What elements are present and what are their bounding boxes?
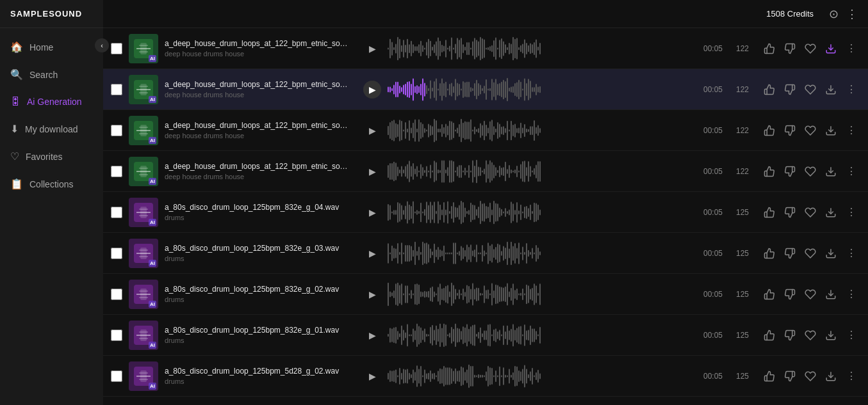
- play-button[interactable]: ▶: [363, 122, 381, 139]
- dislike-button[interactable]: [781, 244, 799, 262]
- like-button[interactable]: [760, 40, 778, 58]
- dislike-button[interactable]: [781, 163, 799, 180]
- svg-rect-230: [484, 120, 485, 139]
- waveform[interactable]: [388, 159, 695, 184]
- play-button[interactable]: ▶: [363, 244, 381, 262]
- favorite-button[interactable]: [801, 285, 819, 303]
- more-button[interactable]: ⋮: [842, 122, 860, 139]
- play-button[interactable]: ▶: [363, 163, 381, 180]
- svg-rect-157: [511, 86, 512, 92]
- dislike-button[interactable]: [781, 203, 799, 221]
- sidebar-item-home[interactable]: 🏠 Home: [0, 33, 103, 61]
- more-button[interactable]: ⋮: [842, 163, 860, 180]
- like-button[interactable]: [760, 163, 778, 180]
- dislike-button[interactable]: [781, 81, 799, 99]
- dislike-button[interactable]: [781, 285, 799, 303]
- like-button[interactable]: [760, 244, 778, 262]
- track-bpm: 122: [731, 44, 754, 53]
- favorite-button[interactable]: [801, 367, 819, 385]
- svg-rect-64: [499, 40, 500, 57]
- waveform[interactable]: [388, 36, 695, 61]
- play-button[interactable]: ▶: [363, 81, 381, 99]
- sidebar-item-ai-generation[interactable]: 🎛 Ai Generation: [0, 88, 103, 115]
- more-button[interactable]: ⋮: [842, 326, 860, 344]
- sidebar-item-my-download[interactable]: ⬇ My download: [0, 115, 103, 143]
- svg-rect-141: [480, 84, 481, 94]
- more-button[interactable]: ⋮: [842, 244, 860, 262]
- track-name: a_deep_house_drum_loops_at_122_bpm_etnic…: [165, 39, 350, 48]
- favorite-button[interactable]: [801, 40, 819, 58]
- favorite-button[interactable]: [801, 326, 819, 344]
- more-button[interactable]: ⋮: [842, 285, 860, 303]
- more-button[interactable]: ⋮: [842, 81, 860, 99]
- play-button[interactable]: ▶: [363, 40, 381, 58]
- like-button[interactable]: [760, 285, 778, 303]
- like-button[interactable]: [760, 203, 778, 221]
- waveform[interactable]: [388, 322, 695, 348]
- account-icon[interactable]: ⊙: [829, 7, 839, 21]
- dislike-button[interactable]: [781, 326, 799, 344]
- waveform[interactable]: [388, 77, 695, 102]
- track-checkbox[interactable]: [111, 166, 122, 177]
- track-checkbox[interactable]: [111, 43, 122, 54]
- download-button[interactable]: [822, 81, 840, 99]
- track-name: a_deep_house_drum_loops_at_122_bpm_etnic…: [165, 121, 350, 130]
- sidebar-item-favorites[interactable]: ♡ Favorites: [0, 143, 103, 170]
- download-button[interactable]: [822, 326, 840, 344]
- more-button[interactable]: ⋮: [842, 40, 860, 58]
- track-checkbox[interactable]: [111, 125, 122, 136]
- more-options-icon[interactable]: ⋮: [846, 7, 858, 21]
- waveform[interactable]: [388, 118, 695, 143]
- favorite-button[interactable]: [801, 203, 819, 221]
- play-button[interactable]: ▶: [363, 326, 381, 344]
- like-button[interactable]: [760, 367, 778, 385]
- svg-rect-531: [393, 290, 395, 298]
- track-duration: 00:05: [701, 290, 725, 299]
- dislike-button[interactable]: [781, 40, 799, 58]
- svg-rect-33: [439, 40, 441, 56]
- svg-rect-365: [409, 204, 410, 219]
- track-checkbox[interactable]: [111, 289, 122, 300]
- track-checkbox[interactable]: [111, 84, 122, 95]
- track-checkbox[interactable]: [111, 330, 122, 341]
- more-button[interactable]: ⋮: [842, 203, 860, 221]
- svg-rect-371: [420, 202, 422, 221]
- download-button[interactable]: [822, 244, 840, 262]
- like-button[interactable]: [760, 122, 778, 139]
- svg-rect-336: [520, 164, 521, 179]
- dislike-button[interactable]: [781, 367, 799, 385]
- like-button[interactable]: [760, 81, 778, 99]
- favorite-button[interactable]: [801, 81, 819, 99]
- waveform[interactable]: [388, 241, 695, 266]
- svg-rect-408: [491, 209, 493, 215]
- waveform[interactable]: [388, 363, 695, 389]
- favorite-button[interactable]: [801, 163, 819, 180]
- sidebar-collapse-button[interactable]: ‹: [95, 38, 109, 52]
- svg-rect-432: [537, 204, 539, 219]
- play-button[interactable]: ▶: [363, 285, 381, 303]
- favorite-button[interactable]: [801, 244, 819, 262]
- svg-rect-459: [422, 241, 423, 265]
- dislike-button[interactable]: [781, 122, 799, 139]
- download-button[interactable]: [822, 40, 840, 58]
- waveform[interactable]: [388, 200, 695, 225]
- waveform[interactable]: [388, 282, 695, 307]
- download-button[interactable]: [822, 285, 840, 303]
- sidebar-item-search[interactable]: 🔍 Search: [0, 61, 103, 88]
- download-button[interactable]: [822, 367, 840, 385]
- like-button[interactable]: [760, 326, 778, 344]
- more-button[interactable]: ⋮: [842, 367, 860, 385]
- svg-rect-58: [487, 47, 489, 50]
- download-button[interactable]: [822, 163, 840, 180]
- svg-rect-690: [532, 328, 533, 342]
- play-button[interactable]: ▶: [363, 367, 381, 385]
- svg-rect-430: [534, 202, 535, 221]
- track-checkbox[interactable]: [111, 248, 122, 259]
- play-button[interactable]: ▶: [363, 203, 381, 221]
- track-checkbox[interactable]: [111, 370, 122, 382]
- sidebar-item-collections[interactable]: 📋 Collections: [0, 170, 103, 198]
- favorite-button[interactable]: [801, 122, 819, 139]
- download-button[interactable]: [822, 203, 840, 221]
- track-checkbox[interactable]: [111, 207, 122, 218]
- download-button[interactable]: [822, 122, 840, 139]
